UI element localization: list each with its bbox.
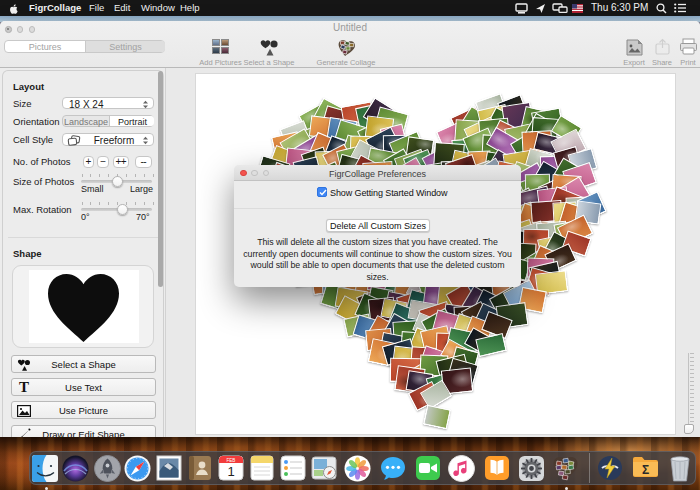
- svg-text:FEB: FEB: [227, 458, 236, 463]
- svg-text:1: 1: [227, 464, 234, 479]
- svg-text:Σ: Σ: [642, 463, 649, 477]
